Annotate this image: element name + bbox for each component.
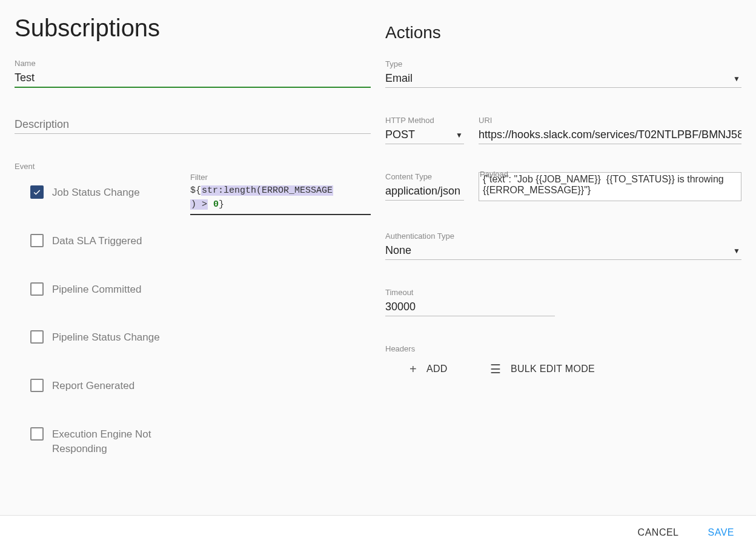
event-label: Job Status Change xyxy=(52,185,140,200)
event-item-execution-engine[interactable]: Execution Engine Not Responding xyxy=(15,427,172,456)
http-method-label: HTTP Method xyxy=(385,116,464,125)
bulk-edit-button[interactable]: ☰ BULK EDIT MODE xyxy=(490,363,595,375)
timeout-label: Timeout xyxy=(385,288,555,297)
cancel-button[interactable]: CANCEL xyxy=(638,527,679,538)
content-type-label: Content Type xyxy=(385,172,464,181)
description-field xyxy=(15,116,371,134)
name-field: Name xyxy=(15,59,371,88)
filter-input[interactable]: ${str:length(ERROR_MESSAGE) > 0} xyxy=(190,183,371,215)
type-label: Type xyxy=(385,59,741,68)
payload-field: Payload xyxy=(479,172,741,204)
type-select[interactable]: Email ▼ xyxy=(385,70,741,88)
event-label: Data SLA Triggered xyxy=(52,234,142,248)
event-item-job-status-change[interactable]: Job Status Change xyxy=(15,185,172,200)
type-field: Type Email ▼ xyxy=(385,59,741,88)
event-item-data-sla-triggered[interactable]: Data SLA Triggered xyxy=(15,234,172,248)
checkbox-execution-engine[interactable] xyxy=(30,427,44,441)
headers-label: Headers xyxy=(385,344,741,353)
auth-type-label: Authentication Type xyxy=(385,231,741,241)
content-type-input[interactable] xyxy=(385,182,464,201)
event-item-pipeline-committed[interactable]: Pipeline Committed xyxy=(15,282,172,297)
actions-column: Actions Type Email ▼ HTTP Method POST ▼ … xyxy=(378,15,741,515)
save-button[interactable]: SAVE xyxy=(708,527,735,538)
auth-type-field: Authentication Type None ▼ xyxy=(385,231,741,260)
uri-field: URI xyxy=(479,116,741,144)
event-label: Pipeline Status Change xyxy=(52,330,160,345)
filter-column: Filter ${str:length(ERROR_MESSAGE) > 0} xyxy=(190,173,371,490)
event-label: Execution Engine Not Responding xyxy=(52,427,172,456)
subscriptions-title: Subscriptions xyxy=(15,15,371,42)
event-label: Report Generated xyxy=(52,379,134,393)
checkbox-data-sla-triggered[interactable] xyxy=(30,234,44,247)
add-header-button[interactable]: + ADD xyxy=(409,363,448,375)
payload-label: Payload xyxy=(480,170,508,178)
name-label: Name xyxy=(15,59,371,68)
checkbox-pipeline-status-change[interactable] xyxy=(30,330,44,344)
description-input[interactable] xyxy=(15,116,371,134)
list-icon: ☰ xyxy=(490,363,501,375)
http-uri-row: HTTP Method POST ▼ URI xyxy=(385,116,741,172)
event-section-label: Event xyxy=(15,162,172,171)
page-body: Subscriptions Name Event Job Status Chan… xyxy=(0,0,756,515)
actions-title: Actions xyxy=(385,23,741,42)
filter-label: Filter xyxy=(190,173,371,182)
checkbox-report-generated[interactable] xyxy=(30,379,44,392)
content-type-field: Content Type xyxy=(385,172,464,204)
event-label: Pipeline Committed xyxy=(52,282,141,297)
events-list: Event Job Status Change Data SLA Trigger… xyxy=(15,162,172,490)
checkbox-job-status-change[interactable] xyxy=(30,185,44,199)
plus-icon: + xyxy=(409,363,417,375)
events-area: Event Job Status Change Data SLA Trigger… xyxy=(15,162,371,490)
timeout-field: Timeout xyxy=(385,288,555,316)
content-payload-row: Content Type Payload xyxy=(385,172,741,231)
http-method-field: HTTP Method POST ▼ xyxy=(385,116,464,144)
auth-type-select[interactable]: None ▼ xyxy=(385,242,741,260)
footer-bar: CANCEL SAVE xyxy=(0,515,756,549)
http-method-select[interactable]: POST ▼ xyxy=(385,126,464,144)
event-item-pipeline-status-change[interactable]: Pipeline Status Change xyxy=(15,330,172,345)
payload-textarea[interactable] xyxy=(479,172,741,201)
name-input[interactable] xyxy=(15,69,371,88)
subscriptions-column: Subscriptions Name Event Job Status Chan… xyxy=(15,15,378,515)
timeout-input[interactable] xyxy=(385,298,555,316)
event-item-report-generated[interactable]: Report Generated xyxy=(15,379,172,393)
headers-section: Headers + ADD ☰ BULK EDIT MODE xyxy=(385,344,741,375)
checkbox-pipeline-committed[interactable] xyxy=(30,282,44,296)
uri-label: URI xyxy=(479,116,741,125)
uri-input[interactable] xyxy=(479,126,741,144)
